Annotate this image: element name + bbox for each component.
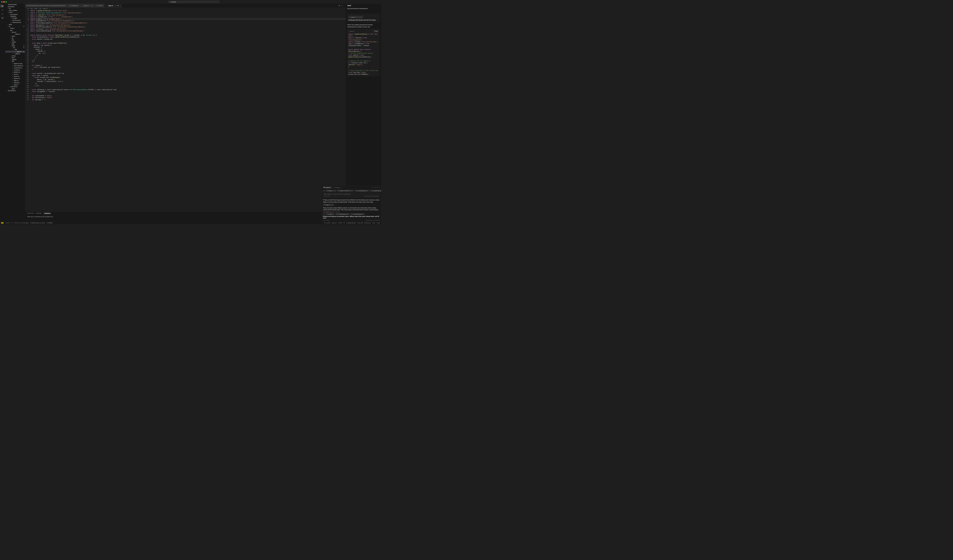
folder-item[interactable]: ⌄packs	[5, 45, 25, 47]
code-content[interactable]: import { getServerSession } from "next-a…	[30, 10, 346, 212]
npm-scripts-section[interactable]: › NPM SCRIPTS	[5, 90, 25, 92]
folder-item[interactable]: ›public	[5, 24, 25, 26]
editor-tab[interactable]: ⚛page.tsx…/blog	[80, 4, 95, 8]
folder-item[interactable]: ›game	[5, 88, 25, 90]
context-chip[interactable]: TSsrc/app/blog/page.tsx×	[335, 213, 350, 215]
folder-item[interactable]: ›dist	[5, 8, 25, 9]
close-icon[interactable]: ✕	[120, 5, 121, 6]
file-item[interactable]: ●globals.css	[5, 71, 25, 73]
close-window-button[interactable]	[2, 2, 3, 3]
context-chip[interactable]: TSblogger.ts (298-333)Code×	[337, 190, 354, 192]
editor-tab[interactable]: ⚛page.tsx…/[id]M✕	[104, 4, 123, 8]
chat-file-pill[interactable]: ⚛ page.tsx Current File	[348, 15, 363, 19]
add-context-button[interactable]: +	[323, 213, 325, 215]
folder-item[interactable]: ›json-schema	[5, 13, 25, 15]
history-icon[interactable]: ⏱	[377, 187, 378, 188]
close-icon[interactable]: ×	[335, 190, 336, 191]
editor-tab[interactable]: ersonal-branding-how-narrative-shapes-yo…	[25, 4, 67, 8]
chevron-down-icon[interactable]: ⌄	[1, 21, 4, 24]
code-line[interactable]: id: 'asc'	[30, 53, 346, 54]
nav-back-button[interactable]: ←	[162, 1, 163, 3]
folder-item[interactable]: ⌄components	[5, 86, 25, 88]
folder-item[interactable]: ⌄app	[5, 29, 25, 31]
folder-item[interactable]: ⌄account	[5, 31, 25, 33]
code-line[interactable]: return <div>Pack not found</div>;	[30, 67, 346, 68]
status-item[interactable]: -- NORMAL --	[46, 222, 53, 224]
code-line[interactable]: const pack = await prisma.pack.findFirst…	[30, 42, 346, 44]
code-line[interactable]: const isPremium = user?.subscription?.st…	[30, 89, 346, 91]
breadcrumb-segment[interactable]: app	[31, 8, 33, 9]
search-activity-icon[interactable]	[1, 9, 4, 11]
close-icon[interactable]: ×	[349, 213, 349, 215]
close-icon[interactable]: ×	[341, 187, 342, 188]
close-icon[interactable]: ×	[334, 213, 334, 215]
context-chip[interactable]: TSblogger.ts×	[326, 213, 335, 215]
open-editors-section[interactable]: › OPEN EDITORS	[5, 4, 25, 6]
file-item[interactable]: ●page.tsxM	[5, 51, 25, 53]
folder-item[interactable]: ›privacy	[5, 55, 25, 57]
nav-forward-button[interactable]: →	[165, 1, 166, 3]
code-line[interactable]: ? await prisma.user.findUnique({	[30, 77, 346, 79]
file-item[interactable]: ●counter.tsx	[5, 69, 25, 71]
file-item[interactable]: ●icon.ico	[5, 73, 25, 75]
explorer-icon[interactable]	[1, 5, 4, 8]
editor-tab[interactable]: {}package.json	[67, 4, 80, 8]
code-line[interactable]: let blurContent = false;	[30, 97, 346, 99]
code-line[interactable]: import { PackType, SubscriptionStatus } …	[30, 12, 346, 14]
code-line[interactable]: const packId = params.id;	[30, 38, 346, 40]
status-item[interactable]: ◉ Live Share	[22, 222, 29, 224]
status-item[interactable]: ❂ Chronicler	[365, 222, 371, 224]
file-item[interactable]: ●dev.db-journal	[5, 19, 25, 22]
code-line[interactable]: },	[30, 59, 346, 60]
file-item[interactable]: ●sitemap.ts	[5, 82, 25, 84]
code-line[interactable]: }	[30, 54, 346, 56]
code-line[interactable]: let message = "";	[30, 99, 346, 101]
status-item[interactable]: ⌘	[1, 222, 3, 224]
code-line[interactable]: });	[30, 60, 346, 62]
context-chip[interactable]: TSblogger.tsFile×	[326, 190, 337, 192]
code-line[interactable]: const serverSession = await getServerSes…	[30, 36, 346, 38]
folder-item[interactable]: ›blog	[5, 39, 25, 41]
code-line[interactable]: where: { id: packId },	[30, 44, 346, 46]
folder-item[interactable]: ⌄src	[5, 26, 25, 27]
add-icon[interactable]: +	[363, 213, 364, 215]
folder-item[interactable]: ›terms	[5, 57, 25, 59]
status-item[interactable]: ⊘ 0 ⚠ 0 ⓘ 0	[14, 222, 20, 224]
folder-item[interactable]: ›login	[5, 43, 25, 45]
code-line[interactable]: }	[30, 56, 346, 59]
maximize-window-button[interactable]	[6, 2, 7, 3]
add-icon[interactable]: +	[368, 190, 368, 191]
command-center-search[interactable]: favorites	[168, 0, 219, 3]
code-line[interactable]: import SignUpButton from "@/components/S…	[30, 20, 346, 22]
code-line[interactable]: import ContinueWithGoogle from "@/compon…	[30, 30, 346, 32]
composer-msg-chip[interactable]: TS blogger.ts 1/1 ×	[323, 204, 334, 206]
folder-item[interactable]: ⌄prisma	[5, 11, 25, 13]
status-item[interactable]: Conne	[377, 222, 380, 224]
code-line[interactable]: if (!pack) {	[30, 64, 346, 67]
file-item[interactable]: ●options.tsx	[5, 77, 25, 79]
file-item[interactable]: ●layout.tsx	[5, 75, 25, 77]
composer-tab[interactable]: TSblogger.ts ×	[333, 186, 343, 189]
code-line[interactable]: import { getServerSession } from "next-a…	[30, 10, 346, 12]
code-line[interactable]: })	[30, 83, 346, 85]
code-line[interactable]: import PremiumUpgradeButton from "@/comp…	[30, 22, 346, 24]
code-line[interactable]	[30, 87, 346, 89]
code-line[interactable]: import { redirect } from "next/navigatio…	[30, 14, 346, 16]
code-line[interactable]	[30, 93, 346, 95]
code-line[interactable]: const isLoggedIn = !!userId;	[30, 91, 346, 93]
extensions-icon[interactable]	[1, 17, 4, 19]
add-icon[interactable]: ＋	[373, 187, 374, 188]
minimize-window-button[interactable]	[3, 2, 5, 3]
panel-tab[interactable]: COMMENTS	[44, 212, 51, 215]
code-line[interactable]: include: {	[30, 46, 346, 48]
status-item[interactable]: Spaces: 2	[332, 222, 337, 224]
add-context-button[interactable]: +	[323, 190, 325, 192]
code-line[interactable]: }	[30, 68, 346, 71]
code-line[interactable]	[30, 62, 346, 65]
favorites-section[interactable]: ⌄ FAVORITES	[5, 6, 25, 8]
status-item[interactable]: { } TypeScript JSX	[346, 222, 356, 224]
save-all-button[interactable]: Save all	[335, 211, 340, 213]
breadcrumb-segment[interactable]: [id]	[39, 8, 41, 9]
status-item[interactable]: Deck	[373, 222, 375, 224]
folder-item[interactable]: ›play	[5, 49, 25, 51]
